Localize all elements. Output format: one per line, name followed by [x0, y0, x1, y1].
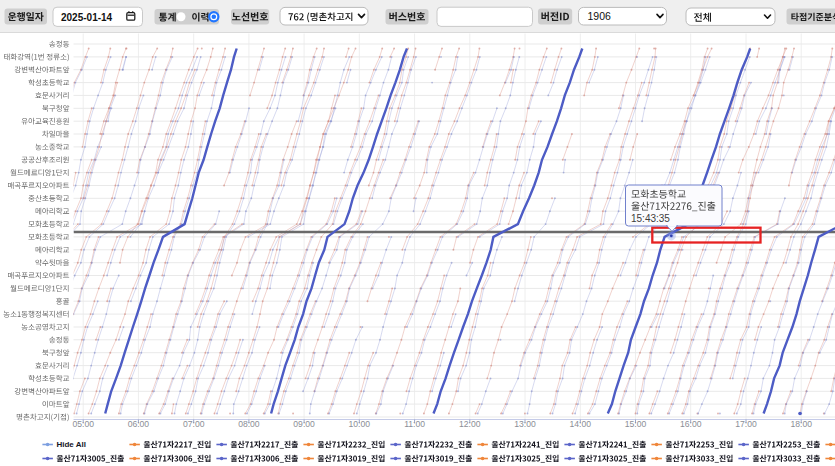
- svg-text:15:43:35: 15:43:35: [631, 213, 670, 224]
- svg-text:13:00: 13:00: [514, 419, 536, 429]
- svg-text:12:00: 12:00: [459, 419, 481, 429]
- svg-text:14:00: 14:00: [570, 419, 592, 429]
- svg-text:05:00: 05:00: [72, 419, 94, 429]
- svg-text:11:00: 11:00: [404, 419, 425, 429]
- svg-text:07:00: 07:00: [183, 419, 205, 429]
- svg-text:1906: 1906: [588, 10, 612, 22]
- svg-text:2025-01-14: 2025-01-14: [61, 12, 113, 23]
- svg-text:15:00: 15:00: [625, 419, 647, 429]
- svg-text:10:00: 10:00: [349, 419, 371, 429]
- svg-text:16:00: 16:00: [680, 419, 702, 429]
- svg-text:09:00: 09:00: [293, 419, 315, 429]
- svg-text:Hide All: Hide All: [56, 440, 85, 449]
- svg-text:08:00: 08:00: [238, 419, 260, 429]
- svg-text:17:00: 17:00: [735, 419, 757, 429]
- svg-text:06:00: 06:00: [128, 419, 150, 429]
- svg-text:18:00: 18:00: [790, 419, 812, 429]
